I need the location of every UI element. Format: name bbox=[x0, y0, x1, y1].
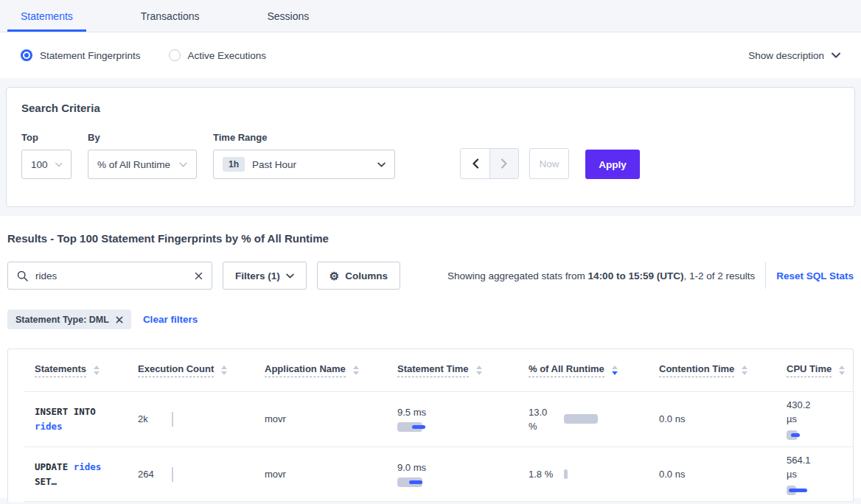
chevron-down-icon bbox=[55, 162, 62, 167]
time-prev-button[interactable] bbox=[461, 149, 489, 178]
filter-chip-statement-type: Statement Type: DML bbox=[7, 309, 131, 329]
show-description-toggle[interactable]: Show description bbox=[748, 50, 840, 61]
tab-sessions[interactable]: Sessions bbox=[254, 0, 322, 32]
panel-title: Search Criteria bbox=[21, 102, 840, 114]
filter-chip-label: Statement Type: DML bbox=[15, 315, 109, 325]
top-select[interactable]: 100 bbox=[21, 150, 72, 179]
chevron-left-icon bbox=[472, 158, 479, 169]
search-box bbox=[7, 262, 212, 290]
time-range-label: Time Range bbox=[213, 132, 395, 143]
statements-table: Statements Execution Count Application N… bbox=[7, 349, 854, 502]
pct-runtime-bar bbox=[564, 414, 598, 424]
sort-icon bbox=[94, 365, 100, 375]
filters-button[interactable]: Filters (1) bbox=[223, 262, 307, 290]
time-range-value: Past Hour bbox=[252, 159, 296, 170]
columns-button[interactable]: ⚙ Columns bbox=[317, 262, 400, 290]
chevron-down-icon bbox=[179, 162, 187, 167]
pct-runtime-bar bbox=[564, 469, 568, 479]
time-range-select[interactable]: 1h Past Hour bbox=[213, 150, 395, 179]
statement-fingerprint-cell: UPDATE rides SET… bbox=[35, 460, 111, 489]
cpu-time-cell: 430.2 µs bbox=[787, 398, 853, 440]
statement-time-bar bbox=[397, 422, 442, 432]
column-header-cpu-time[interactable]: CPU Time bbox=[787, 363, 853, 377]
sort-icon bbox=[221, 365, 227, 375]
cpu-time-bar bbox=[787, 486, 831, 495]
by-select-value: % of All Runtime bbox=[97, 159, 170, 170]
chevron-right-icon bbox=[501, 158, 508, 169]
application-name-cell: movr bbox=[265, 469, 397, 480]
gear-icon: ⚙ bbox=[330, 270, 339, 281]
pct-runtime-cell: 1.8 % bbox=[529, 467, 659, 481]
cpu-time-cell: 564.1 µs bbox=[787, 453, 853, 495]
tab-statements[interactable]: Statements bbox=[7, 0, 86, 32]
top-label: Top bbox=[21, 132, 88, 143]
aggregated-stats-text: Showing aggregated stats from 14:00 to 1… bbox=[447, 270, 755, 281]
column-header-application-name[interactable]: Application Name bbox=[265, 363, 397, 377]
statement-time-bar bbox=[397, 477, 442, 487]
table-row: INSERT INTO rides 2k movr 9.5 ms bbox=[8, 391, 853, 447]
top-tab-bar: Statements Transactions Sessions bbox=[0, 0, 861, 32]
search-input[interactable] bbox=[35, 270, 187, 281]
results-toolbar: Filters (1) ⚙ Columns Showing aggregated… bbox=[7, 262, 854, 290]
column-header-contention-time[interactable]: Contention Time bbox=[659, 363, 787, 377]
contention-time-cell: 0.0 ns bbox=[659, 413, 787, 424]
radio-active-executions[interactable]: Active Executions bbox=[169, 49, 267, 61]
sort-icon bbox=[353, 365, 359, 375]
execution-count-bar bbox=[172, 412, 173, 427]
sort-icon-active-desc bbox=[612, 365, 618, 375]
chevron-down-icon bbox=[286, 273, 294, 279]
sort-icon bbox=[839, 365, 845, 375]
contention-time-cell: 0.0 ns bbox=[659, 469, 787, 480]
show-description-label: Show description bbox=[748, 50, 824, 61]
radio-selected-icon bbox=[21, 49, 32, 61]
clear-filters-link[interactable]: Clear filters bbox=[143, 314, 198, 325]
sort-icon bbox=[476, 365, 482, 375]
time-next-button[interactable] bbox=[489, 149, 518, 178]
divider bbox=[765, 262, 766, 289]
radio-unselected-icon bbox=[169, 49, 181, 61]
statement-link[interactable]: rides bbox=[74, 461, 102, 472]
column-header-pct-all-runtime[interactable]: % of All Runtime bbox=[529, 363, 659, 377]
statement-link[interactable]: rides bbox=[35, 421, 63, 432]
columns-label: Columns bbox=[345, 270, 388, 281]
remove-filter-icon[interactable] bbox=[116, 316, 123, 323]
stats-time-range: 14:00 to 15:59 (UTC) bbox=[588, 270, 684, 281]
view-mode-bar: Statement Fingerprints Active Executions… bbox=[0, 32, 861, 78]
now-button[interactable]: Now bbox=[529, 148, 569, 179]
time-nav-group bbox=[460, 148, 519, 179]
reset-sql-stats-link[interactable]: Reset SQL Stats bbox=[776, 270, 854, 281]
by-label: By bbox=[88, 132, 213, 143]
statement-fingerprint-cell: INSERT INTO rides bbox=[35, 405, 111, 434]
cpu-time-bar bbox=[787, 430, 831, 440]
execution-count-bar bbox=[172, 467, 173, 482]
clear-search-icon[interactable] bbox=[195, 272, 203, 280]
chevron-down-icon bbox=[377, 162, 386, 167]
by-select[interactable]: % of All Runtime bbox=[88, 150, 197, 179]
tab-transactions[interactable]: Transactions bbox=[128, 0, 213, 32]
application-name-cell: movr bbox=[265, 413, 397, 424]
radio-statement-fingerprints[interactable]: Statement Fingerprints bbox=[21, 49, 141, 61]
results-section: Results - Top 100 Statement Fingerprints… bbox=[0, 216, 861, 498]
filter-chips-row: Statement Type: DML Clear filters bbox=[7, 309, 854, 329]
top-select-value: 100 bbox=[31, 159, 48, 170]
sort-icon bbox=[742, 365, 747, 375]
pct-runtime-cell: 13.0 % bbox=[529, 405, 659, 433]
statement-time-cell: 9.5 ms bbox=[397, 407, 529, 432]
table-row: UPDATE rides SET… 264 movr 9.0 ms bbox=[8, 447, 853, 502]
execution-count-cell: 264 bbox=[138, 469, 265, 480]
statement-time-cell: 9.0 ms bbox=[397, 462, 529, 487]
search-criteria-panel: Search Criteria Top 100 By % of All Runt… bbox=[6, 87, 855, 207]
radio-label: Statement Fingerprints bbox=[40, 50, 141, 61]
search-icon bbox=[17, 270, 28, 281]
chevron-down-icon bbox=[832, 52, 840, 58]
results-heading: Results - Top 100 Statement Fingerprints… bbox=[7, 232, 854, 245]
time-range-badge: 1h bbox=[223, 157, 245, 172]
execution-count-cell: 2k bbox=[138, 413, 265, 424]
filters-label: Filters (1) bbox=[235, 270, 280, 281]
radio-label: Active Executions bbox=[188, 50, 267, 61]
column-header-execution-count[interactable]: Execution Count bbox=[138, 363, 265, 377]
column-header-statements[interactable]: Statements bbox=[35, 363, 138, 377]
table-header-row: Statements Execution Count Application N… bbox=[8, 349, 853, 391]
apply-button[interactable]: Apply bbox=[585, 150, 640, 179]
column-header-statement-time[interactable]: Statement Time bbox=[397, 363, 529, 377]
